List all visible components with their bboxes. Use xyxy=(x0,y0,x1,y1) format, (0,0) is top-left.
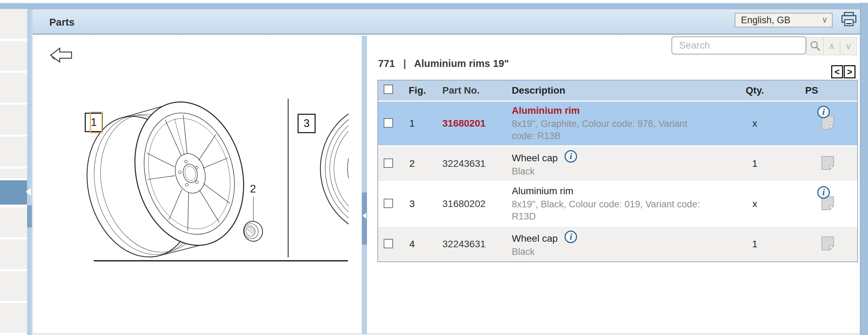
wheel-partial-drawing xyxy=(312,94,362,244)
part-number[interactable]: 31680201 xyxy=(430,118,503,129)
row-checkbox[interactable] xyxy=(384,239,393,248)
parts-catalog-screen: Parts English, GB ∨ xyxy=(0,0,868,335)
section-name: Aluminium rims 19" xyxy=(414,58,509,69)
part-name: Wheel capi xyxy=(512,231,729,244)
part-detail: 8x19", Black, Colour code: 019, Variant … xyxy=(512,198,706,223)
select-all-checkbox[interactable] xyxy=(384,85,393,94)
search-icon xyxy=(809,40,821,52)
language-selector-value: English, GB xyxy=(741,15,791,26)
wheel-line-drawing: 2 xyxy=(35,36,362,326)
part-detail: Black xyxy=(512,246,706,258)
diagram-callout-1[interactable]: 1 xyxy=(85,113,103,132)
info-icon[interactable]: i xyxy=(817,186,830,199)
sidebar-item[interactable] xyxy=(0,73,27,103)
column-header-qty: Qty. xyxy=(746,85,764,96)
info-icon[interactable]: i xyxy=(565,150,577,163)
page-navigation: < > xyxy=(831,65,856,78)
part-number[interactable]: 32243631 xyxy=(430,158,503,169)
part-name: Wheel capi xyxy=(512,150,729,164)
chevron-down-icon: ∨ xyxy=(845,41,852,52)
search-prev-button[interactable]: ∧ xyxy=(823,37,840,55)
window-frame-right-scrollbar[interactable] xyxy=(860,3,868,335)
section-number: 771 xyxy=(378,58,395,69)
table-row[interactable]: 1 31680201 Aluminium rim 8x19", Graphite… xyxy=(378,101,857,145)
wheel-cap-drawing xyxy=(241,219,265,244)
sidebar-scrollbar-thumb[interactable] xyxy=(27,205,32,227)
sidebar-item[interactable] xyxy=(0,271,27,301)
sidebar-item[interactable] xyxy=(0,9,27,39)
parts-window: Parts English, GB ∨ xyxy=(32,9,860,335)
fig-number: 2 xyxy=(399,158,430,169)
row-checkbox[interactable] xyxy=(384,199,393,208)
back-arrow-icon[interactable] xyxy=(49,46,74,64)
panel-splitter[interactable] xyxy=(362,36,367,334)
diagram-callout-3[interactable]: 3 xyxy=(298,114,316,133)
sidebar-item[interactable] xyxy=(0,137,27,166)
search-input[interactable] xyxy=(671,36,806,54)
part-detail: Black xyxy=(512,165,706,178)
column-header-ps: PS xyxy=(781,85,857,96)
chevron-down-icon: ∨ xyxy=(821,15,828,25)
table-header-row: Fig. Part No. Description Qty. PS xyxy=(378,80,857,101)
table-row[interactable]: 3 31680202 Aluminium rim 8x19", Black, C… xyxy=(378,181,857,226)
sidebar-item[interactable] xyxy=(0,105,27,135)
column-header-fig: Fig. xyxy=(399,85,430,96)
previous-page-button[interactable]: < xyxy=(831,65,843,78)
search-controls: ∧ ∨ xyxy=(807,37,857,54)
fig-number: 4 xyxy=(399,239,430,250)
info-icon[interactable]: i xyxy=(817,106,830,118)
sidebar-item[interactable] xyxy=(0,303,27,333)
parts-list-panel: ∧ ∨ 771 | Aluminium rims 19" < > xyxy=(377,36,859,334)
fig-number: 1 xyxy=(399,118,430,129)
section-divider: | xyxy=(403,58,406,69)
part-name: Aluminium rim xyxy=(512,105,729,116)
diagram-callout-2: 2 xyxy=(250,183,256,195)
fig-number: 3 xyxy=(399,198,430,209)
part-number[interactable]: 31680202 xyxy=(430,198,503,209)
qty-value: 1 xyxy=(752,158,758,169)
chevron-up-icon: ∧ xyxy=(828,41,835,52)
content-area: 1 3 xyxy=(32,36,860,334)
note-icon[interactable] xyxy=(821,236,835,252)
qty-value: x xyxy=(752,198,757,209)
sidebar-item[interactable] xyxy=(0,41,27,71)
row-checkbox[interactable] xyxy=(384,158,393,168)
splitter-collapse-arrow-icon[interactable] xyxy=(362,213,366,219)
search-next-button[interactable]: ∨ xyxy=(840,37,857,55)
row-checkbox[interactable] xyxy=(384,118,393,128)
info-icon[interactable]: i xyxy=(565,231,577,243)
column-header-part-no: Part No. xyxy=(430,85,503,96)
sidebar-item[interactable] xyxy=(0,207,27,237)
print-button[interactable] xyxy=(841,11,857,27)
page-title: Parts xyxy=(49,17,75,28)
language-selector[interactable]: English, GB ∨ xyxy=(735,13,833,27)
callout-label: 3 xyxy=(303,117,309,130)
sidebar-item[interactable] xyxy=(0,239,27,269)
callout-highlight xyxy=(90,112,102,133)
column-header-description: Description xyxy=(503,80,729,101)
left-sidebar xyxy=(0,9,32,335)
table-row[interactable]: 2 32243631 Wheel capi Black 1 xyxy=(378,145,857,181)
qty-value: x xyxy=(752,118,757,129)
note-icon[interactable] xyxy=(821,155,835,172)
part-detail: 8x19", Graphite, Colour code: 978, Varia… xyxy=(512,118,706,142)
table-row[interactable]: 4 32243631 Wheel capi Black 1 xyxy=(378,226,857,261)
next-page-button[interactable]: > xyxy=(844,65,856,78)
window-frame-top xyxy=(0,3,868,10)
printer-icon xyxy=(841,11,857,27)
part-number[interactable]: 32243631 xyxy=(430,239,503,250)
qty-value: 1 xyxy=(752,239,758,250)
section-title: 771 | Aluminium rims 19" xyxy=(378,58,509,69)
parts-table: Fig. Part No. Description Qty. PS 1 3168… xyxy=(377,80,858,262)
search-button[interactable] xyxy=(807,37,824,55)
part-name: Aluminium rim xyxy=(512,186,729,197)
illustration-panel: 1 3 xyxy=(35,36,362,327)
sidebar-scrollbar[interactable] xyxy=(27,9,32,335)
sidebar-collapse-arrow-icon[interactable] xyxy=(26,188,31,196)
sidebar-item[interactable] xyxy=(0,169,27,178)
parts-header-bar: Parts English, GB ∨ xyxy=(32,9,860,35)
